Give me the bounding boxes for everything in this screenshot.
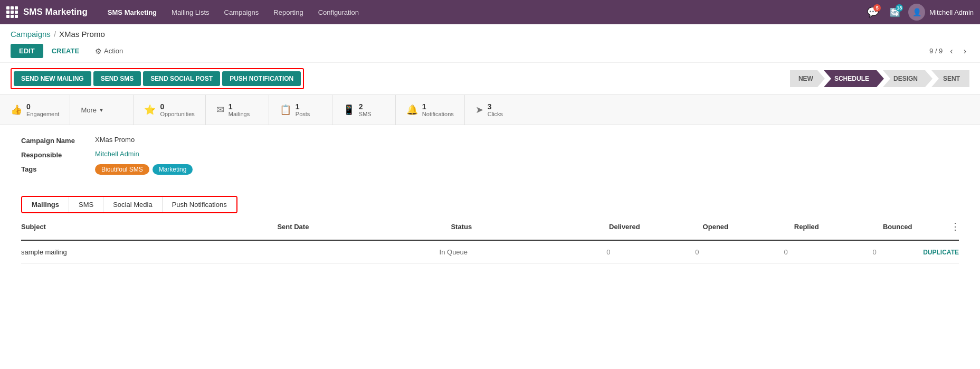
pagination: 9 / 9 ‹ › — [929, 45, 969, 57]
sms-number: 2 — [359, 102, 372, 111]
duplicate-button[interactable]: DUPLICATE — [923, 249, 959, 256]
stat-clicks[interactable]: ➤ 3 Clicks — [465, 95, 528, 125]
tab-sms[interactable]: SMS — [69, 197, 103, 212]
sms-label: SMS — [359, 111, 372, 117]
th-actions: ⋮ — [943, 217, 959, 235]
action-bar: EDIT CREATE ⚙ Action 9 / 9 ‹ › — [0, 42, 980, 63]
td-bounced: 0 — [830, 246, 919, 258]
next-page-button[interactable]: › — [960, 45, 969, 57]
create-button[interactable]: CREATE — [46, 44, 84, 58]
envelope-icon: ✉ — [216, 104, 224, 116]
app-brand[interactable]: SMS Marketing — [6, 6, 88, 18]
user-name[interactable]: Mitchell Admin — [929, 8, 974, 16]
activity-badge: 18 — [896, 4, 903, 12]
navbar: SMS Marketing SMS Marketing Mailing List… — [0, 0, 980, 24]
tags-container: Bioutifoul SMS Marketing — [95, 164, 193, 175]
action-link[interactable]: ⚙ Action — [95, 47, 123, 55]
smart-btn-row: SEND NEW MAILING SEND SMS SEND SOCIAL PO… — [0, 63, 980, 95]
responsible-row: Responsible Mitchell Admin — [21, 150, 959, 159]
campaign-name-row: Campaign Name XMas Promo — [21, 136, 959, 145]
td-opened: 0 — [653, 246, 741, 258]
status-new-button[interactable]: NEW — [790, 70, 825, 87]
th-subject: Subject — [21, 221, 273, 233]
send-new-mailing-button[interactable]: SEND NEW MAILING — [14, 71, 91, 86]
chevron-down-icon: ▼ — [99, 107, 104, 113]
td-delivered: 0 — [564, 246, 653, 258]
messages-icon-btn[interactable]: 💬 5 — [864, 3, 882, 21]
nav-campaigns[interactable]: Campaigns — [217, 0, 267, 24]
th-delivered: Delivered — [579, 221, 670, 233]
th-bounced: Bounced — [852, 221, 943, 233]
bell-icon: 🔔 — [406, 104, 418, 116]
push-notification-button[interactable]: PUSH NOTIFICATION — [222, 71, 301, 86]
stat-posts[interactable]: 📋 1 Posts — [269, 95, 332, 125]
pagination-text: 9 / 9 — [929, 47, 943, 55]
send-sms-button[interactable]: SEND SMS — [93, 71, 141, 86]
td-replied: 0 — [741, 246, 830, 258]
tags-row: Tags Bioutifoul SMS Marketing — [21, 164, 959, 175]
posts-number: 1 — [296, 102, 310, 111]
notifications-number: 1 — [422, 102, 454, 111]
mailings-number: 1 — [229, 102, 250, 111]
sms-icon: 📱 — [343, 104, 355, 116]
posts-label: Posts — [296, 111, 310, 117]
engagement-number: 0 — [26, 102, 59, 111]
form-area: Campaign Name XMas Promo Responsible Mit… — [0, 125, 980, 191]
more-dropdown: More ▼ — [81, 106, 104, 114]
campaign-name-value: XMas Promo — [95, 136, 135, 144]
messages-badge: 5 — [873, 4, 881, 12]
navbar-right: 💬 5 🔄 18 👤 Mitchell Admin — [864, 3, 974, 21]
avatar[interactable]: 👤 — [908, 4, 925, 21]
campaign-name-label: Campaign Name — [21, 136, 95, 145]
nav-sms-marketing[interactable]: SMS Marketing — [100, 0, 164, 24]
status-sent-button[interactable]: SENT — [931, 70, 969, 87]
thumbs-up-icon: 👍 — [11, 104, 22, 116]
tab-social-media[interactable]: Social Media — [103, 197, 162, 212]
nav-configuration[interactable]: Configuration — [311, 0, 366, 24]
send-social-post-button[interactable]: SEND SOCIAL POST — [143, 71, 220, 86]
avatar-initials: 👤 — [912, 8, 921, 16]
breadcrumb-parent[interactable]: Campaigns — [11, 30, 51, 39]
td-subject: sample mailing — [21, 246, 266, 258]
stat-opportunities[interactable]: ⭐ 0 Opportunities — [134, 95, 205, 125]
breadcrumb: Campaigns / XMas Promo — [0, 24, 980, 42]
stat-mailings[interactable]: ✉ 1 Mailings — [206, 95, 269, 125]
table-row: sample mailing In Queue 0 0 0 0 DUPLICAT… — [21, 241, 959, 264]
stat-sms[interactable]: 📱 2 SMS — [332, 95, 396, 125]
table-header: Subject Sent Date Status Delivered Opene… — [21, 213, 959, 241]
nav-mailing-lists[interactable]: Mailing Lists — [164, 0, 217, 24]
tag-marketing[interactable]: Marketing — [153, 164, 193, 175]
gear-icon: ⚙ — [95, 47, 102, 55]
table-section: Subject Sent Date Status Delivered Opene… — [0, 213, 980, 264]
th-opened: Opened — [670, 221, 761, 233]
tab-mailings[interactable]: Mailings — [22, 197, 69, 212]
stat-more[interactable]: More ▼ — [70, 95, 134, 125]
nav-links: SMS Marketing Mailing Lists Campaigns Re… — [100, 0, 864, 24]
cursor-icon: ➤ — [475, 104, 483, 116]
stat-notifications[interactable]: 🔔 1 Notifications — [396, 95, 465, 125]
stat-engagement[interactable]: 👍 0 Engagement — [0, 95, 70, 125]
opportunities-number: 0 — [160, 102, 194, 111]
breadcrumb-separator: / — [54, 30, 56, 39]
tag-bioutifoul[interactable]: Bioutifoul SMS — [95, 164, 149, 175]
edit-button[interactable]: EDIT — [11, 44, 43, 58]
status-schedule-button[interactable]: SCHEDULE — [824, 70, 884, 87]
more-label: More — [81, 106, 97, 114]
status-design-button[interactable]: DESIGN — [883, 70, 933, 87]
th-sent-date: Sent Date — [273, 221, 446, 233]
prev-page-button[interactable]: ‹ — [947, 45, 956, 57]
responsible-value[interactable]: Mitchell Admin — [95, 150, 139, 158]
nav-reporting[interactable]: Reporting — [266, 0, 310, 24]
activity-icon-btn[interactable]: 🔄 18 — [886, 3, 904, 21]
responsible-label: Responsible — [21, 150, 95, 159]
engagement-label: Engagement — [26, 111, 59, 117]
td-sent-date — [266, 250, 435, 254]
th-replied: Replied — [761, 221, 852, 233]
table-options-button[interactable]: ⋮ — [947, 220, 963, 233]
opportunities-label: Opportunities — [160, 111, 194, 117]
grid-icon[interactable] — [6, 6, 18, 18]
tags-label: Tags — [21, 164, 95, 173]
stats-bar: 👍 0 Engagement More ▼ ⭐ 0 Opportunities … — [0, 95, 980, 125]
tab-push-notifications[interactable]: Push Notifications — [163, 197, 236, 212]
mailings-label: Mailings — [229, 111, 250, 117]
